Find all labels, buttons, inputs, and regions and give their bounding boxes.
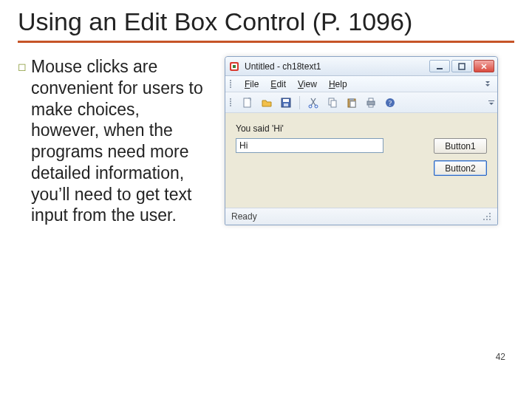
menu-edit[interactable]: Edit xyxy=(265,78,292,91)
cut-icon[interactable] xyxy=(306,95,321,110)
slide-title: Using an Edit Box Control (P. 1096) xyxy=(18,7,514,36)
resize-grip-icon[interactable] xyxy=(483,213,491,221)
page-number: 42 xyxy=(496,352,505,362)
svg-rect-17 xyxy=(369,98,373,101)
svg-rect-18 xyxy=(369,105,373,107)
status-text: Ready xyxy=(231,211,257,222)
menu-file[interactable]: File xyxy=(239,78,265,91)
new-icon[interactable] xyxy=(240,95,255,110)
toolbar-grip-icon xyxy=(230,98,234,106)
app-icon xyxy=(228,61,240,72)
paste-icon[interactable] xyxy=(344,95,359,110)
client-area: You said 'Hi' Button1 Button2 xyxy=(225,113,497,208)
svg-point-10 xyxy=(315,105,318,108)
bullet-text: Mouse clicks are convenient for users to… xyxy=(31,56,210,226)
svg-rect-7 xyxy=(283,99,289,102)
svg-rect-4 xyxy=(459,64,465,69)
close-button[interactable] xyxy=(474,60,494,72)
svg-rect-16 xyxy=(367,101,375,105)
svg-rect-15 xyxy=(350,101,355,107)
svg-rect-5 xyxy=(244,98,250,107)
svg-rect-12 xyxy=(331,100,336,107)
minimize-button[interactable] xyxy=(429,60,450,72)
menu-view[interactable]: View xyxy=(292,78,323,91)
window-title: Untitled - ch18text1 xyxy=(245,61,429,72)
menu-overflow-icon[interactable] xyxy=(485,81,493,86)
svg-rect-8 xyxy=(284,103,288,106)
svg-rect-14 xyxy=(349,98,354,100)
svg-text:?: ? xyxy=(389,99,392,107)
output-message: You said 'Hi' xyxy=(236,123,487,134)
toolbar-overflow-icon[interactable] xyxy=(488,100,494,105)
title-divider xyxy=(18,41,514,43)
maximize-button[interactable] xyxy=(451,60,472,72)
svg-rect-3 xyxy=(437,68,443,69)
copy-icon[interactable] xyxy=(325,95,340,110)
app-window: Untitled - ch18text1 File Edit View Help xyxy=(225,56,498,225)
menu-bar: File Edit View Help xyxy=(225,76,497,92)
toolbar-separator xyxy=(299,96,300,109)
edit-box-input[interactable] xyxy=(236,138,383,153)
svg-point-9 xyxy=(309,105,312,108)
open-icon[interactable] xyxy=(259,95,274,110)
help-icon[interactable]: ? xyxy=(383,95,398,110)
print-icon[interactable] xyxy=(364,95,378,110)
titlebar[interactable]: Untitled - ch18text1 xyxy=(225,57,497,76)
toolbar: ? xyxy=(225,92,497,113)
svg-rect-2 xyxy=(233,65,236,68)
menubar-grip-icon xyxy=(230,80,234,88)
menu-help[interactable]: Help xyxy=(323,78,353,91)
status-bar: Ready xyxy=(225,208,497,225)
button1[interactable]: Button1 xyxy=(434,138,487,154)
save-icon[interactable] xyxy=(279,95,293,110)
bullet-square-icon: ◻ xyxy=(18,56,31,226)
button2[interactable]: Button2 xyxy=(434,160,487,176)
